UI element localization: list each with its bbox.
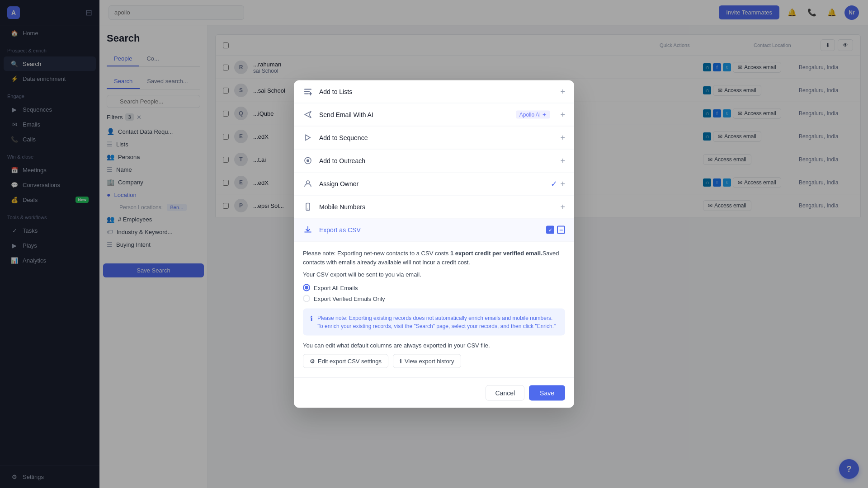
info-icon: ℹ [310,314,313,330]
settings-gear-icon: ⚙ [310,358,315,365]
send-email-ai-label: Send Email With AI [319,111,509,118]
save-button[interactable]: Save [529,385,565,401]
assign-owner-label: Assign Owner [319,180,544,188]
export-check-icon: ✓ [546,226,554,234]
add-to-outreach-label: Add to Outreach [319,157,554,164]
modal-footer: Cancel Save [294,378,574,408]
radio-all-emails-label: Export All Emails [314,284,358,291]
radio-verified-label: Export Verified Emails Only [314,295,385,302]
export-info-box: ℹ Please note: Exporting existing record… [303,309,565,336]
export-minus-icon[interactable]: − [557,226,565,234]
history-icon: ℹ [400,358,402,365]
add-to-sequence-label: Add to Sequence [319,134,554,141]
svg-rect-1 [304,91,310,92]
radio-verified-only[interactable]: Export Verified Emails Only [303,295,565,302]
mobile-numbers-action[interactable]: + [560,202,565,211]
columns-note: You can edit what default columns are al… [303,342,565,349]
add-to-sequence-icon [303,133,313,143]
assign-owner-check-icon: ✓ [551,179,557,189]
edit-export-settings-button[interactable]: ⚙ Edit export CSV settings [303,354,388,368]
export-details-section: Please note: Exporting net-new contacts … [294,242,574,378]
send-email-ai-action[interactable]: + [560,110,565,119]
radio-all-emails-circle [303,284,310,291]
radio-verified-circle [303,295,310,302]
add-to-outreach-item[interactable]: Add to Outreach + [294,150,574,173]
export-csv-item[interactable]: Export as CSV ✓ − [294,219,574,242]
add-to-outreach-action[interactable]: + [560,156,565,165]
add-to-sequence-action[interactable]: + [560,133,565,142]
add-to-lists-icon [303,87,313,97]
export-radio-group: Export All Emails Export Verified Emails… [303,284,565,302]
add-to-sequence-item[interactable]: Add to Sequence + [294,127,574,150]
cancel-button[interactable]: Cancel [486,385,524,401]
add-to-outreach-icon [303,156,313,166]
assign-owner-action[interactable]: ✓ + [551,179,565,189]
assign-owner-item[interactable]: Assign Owner ✓ + [294,173,574,196]
export-info-text: Please note: Exporting existing records … [317,314,558,330]
svg-rect-0 [304,89,311,90]
add-to-lists-item[interactable]: Add to Lists + [294,80,574,103]
export-sent-note: Your CSV export will be sent to you via … [303,271,565,278]
send-email-ai-item[interactable]: Send Email With AI Apollo AI ✦ + [294,103,574,127]
mobile-numbers-item[interactable]: Mobile Numbers + [294,196,574,219]
export-csv-icon [303,225,313,235]
assign-owner-icon [303,179,313,189]
send-email-ai-icon [303,110,313,120]
export-csv-label: Export as CSV [319,226,540,234]
svg-point-10 [307,209,308,210]
add-to-lists-label: Add to Lists [319,88,554,95]
actions-modal: Add to Lists + Send Email With AI Apollo… [294,80,574,408]
radio-all-emails[interactable]: Export All Emails [303,284,565,291]
svg-marker-5 [306,135,310,141]
add-to-lists-action[interactable]: + [560,87,565,96]
export-action-buttons: ⚙ Edit export CSV settings ℹ View export… [303,354,565,368]
svg-rect-2 [304,94,309,94]
export-note: Please note: Exporting net-new contacts … [303,249,565,267]
svg-point-7 [307,160,309,162]
apollo-ai-badge: Apollo AI ✦ [516,111,551,119]
mobile-numbers-icon [303,202,313,212]
mobile-numbers-label: Mobile Numbers [319,203,554,211]
view-export-history-button[interactable]: ℹ View export history [393,354,461,368]
